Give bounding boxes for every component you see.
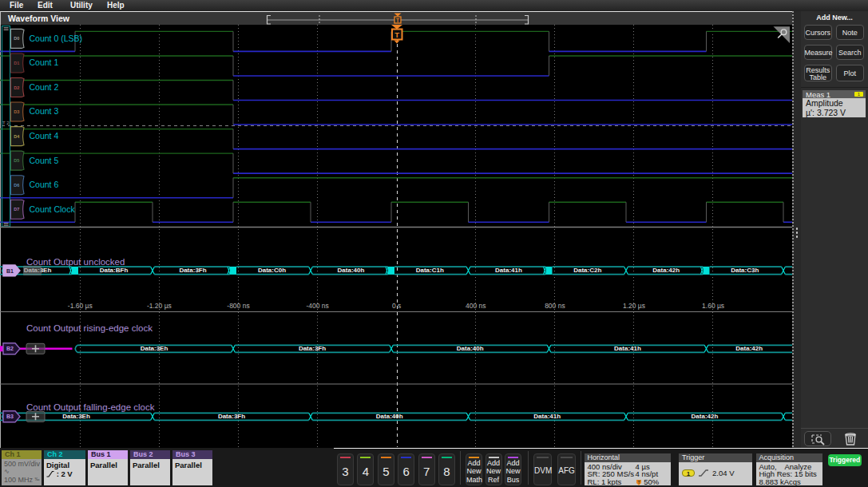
svg-text:Data:BFh: Data:BFh (100, 267, 129, 274)
svg-text:D4: D4 (14, 134, 20, 139)
svg-text:Count 2: Count 2 (30, 82, 59, 92)
svg-text:Count 0 (LSB): Count 0 (LSB) (30, 34, 83, 43)
svg-text:Data:41h: Data:41h (614, 345, 641, 352)
svg-text:B1: B1 (6, 268, 14, 274)
svg-text:B3: B3 (6, 414, 14, 419)
svg-text:Count Output falling-edge cloc: Count Output falling-edge clock (26, 402, 155, 412)
svg-text:Data:41h: Data:41h (533, 413, 561, 420)
svg-text:Count 6: Count 6 (30, 180, 59, 189)
svg-text:Data:40h: Data:40h (338, 267, 365, 274)
svg-text:T: T (396, 18, 399, 23)
svg-text:Data:3Fh: Data:3Fh (179, 267, 206, 274)
svg-text:Count 3: Count 3 (30, 106, 59, 116)
svg-text:Data:3Eh: Data:3Eh (62, 413, 90, 420)
svg-text:D2: D2 (14, 85, 19, 90)
svg-text:B2: B2 (6, 346, 14, 351)
svg-text:400 ns: 400 ns (466, 302, 486, 310)
svg-text:Data:C2h: Data:C2h (573, 267, 601, 274)
svg-text:Data:3Fh: Data:3Fh (218, 413, 245, 420)
svg-text:Data:3Fh: Data:3Fh (299, 345, 326, 352)
svg-text:T 2: T 2 (2, 121, 10, 125)
svg-text:Count 1: Count 1 (30, 57, 59, 67)
svg-text:Count Output unclocked: Count Output unclocked (26, 257, 125, 267)
svg-text:Count Output rising-edge clock: Count Output rising-edge clock (26, 323, 153, 333)
svg-text:1.60 µs: 1.60 µs (702, 302, 724, 310)
svg-text:Data:C1h: Data:C1h (416, 267, 444, 274)
svg-text:-1.60 µs: -1.60 µs (68, 302, 93, 310)
svg-text:D5: D5 (14, 158, 19, 163)
svg-text:T: T (637, 480, 640, 485)
svg-text:D0: D0 (14, 36, 19, 41)
svg-text:-400 ns: -400 ns (306, 302, 328, 310)
svg-text:Data:40h: Data:40h (457, 345, 484, 352)
svg-text:D3: D3 (14, 109, 19, 114)
svg-text:Data:C0h: Data:C0h (258, 267, 286, 274)
svg-text:800 ns: 800 ns (545, 302, 565, 310)
svg-text:Data:42h: Data:42h (735, 345, 763, 352)
svg-text:D1: D1 (14, 61, 19, 65)
svg-text:Data:42h: Data:42h (692, 413, 719, 420)
svg-text:Count 4: Count 4 (30, 131, 59, 141)
svg-text:0 s: 0 s (392, 302, 401, 310)
svg-text:Data:42h: Data:42h (652, 267, 680, 274)
svg-text:Data:3Eh: Data:3Eh (141, 345, 168, 352)
svg-text:1.20 µs: 1.20 µs (623, 302, 645, 310)
svg-text:Data:C3h: Data:C3h (731, 267, 759, 274)
svg-text:T: T (394, 30, 399, 39)
svg-text:D6: D6 (14, 183, 19, 188)
svg-text:-1.20 µs: -1.20 µs (147, 302, 172, 310)
svg-text:D7: D7 (14, 207, 19, 212)
svg-text:Count Clock: Count Clock (30, 204, 76, 214)
svg-text:-800 ns: -800 ns (227, 302, 249, 310)
svg-text:Data:41h: Data:41h (495, 267, 522, 274)
svg-text:Data:40h: Data:40h (376, 413, 403, 420)
svg-text:Count 5: Count 5 (30, 156, 59, 165)
